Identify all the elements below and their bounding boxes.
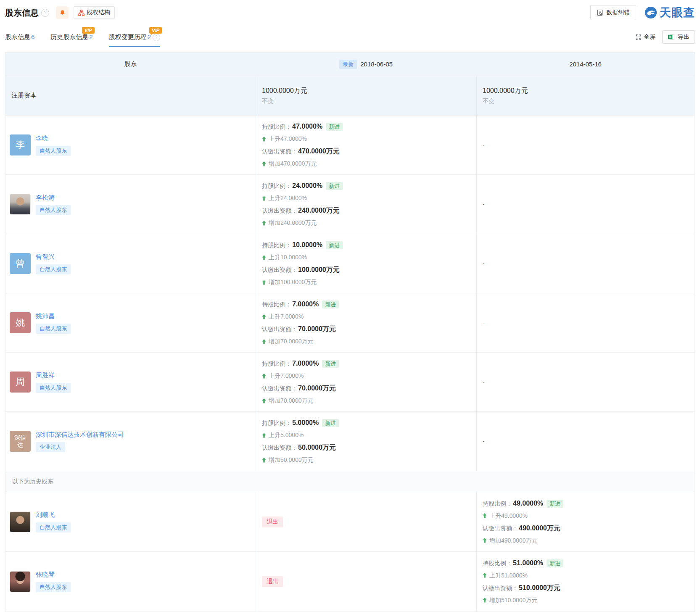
ratio-line: 持股比例：5.0000%新进 <box>262 416 476 429</box>
equity-structure-button[interactable]: 股权结构 <box>74 6 115 19</box>
amount-change: 增加70.0000万元 <box>269 335 314 348</box>
capital-change: 不变 <box>483 96 695 106</box>
arrow-up-icon <box>262 433 266 438</box>
shareholder-link[interactable]: 刘顺飞 <box>36 511 71 519</box>
ratio-value: 7.0000% <box>292 300 319 308</box>
data-correction-button[interactable]: 数据纠错 <box>590 5 636 20</box>
shareholder-cell: 李松涛 自然人股东 <box>5 175 256 234</box>
ratio-change: 上升10.0000% <box>269 251 307 264</box>
amount-change-line: 增加510.0000万元 <box>483 594 695 606</box>
shareholder-cell: 曾 曾智兴 自然人股东 <box>5 234 256 293</box>
holding-detail-cell: 持股比例：7.0000%新进 上升7.0000% 认缴出资额：70.0000万元… <box>256 353 476 411</box>
tianyancha-swirl-icon <box>645 6 657 19</box>
ratio-line: 持股比例：49.0000%新进 <box>483 497 695 510</box>
arrow-up-icon <box>262 161 266 166</box>
ratio-change-line: 上升47.0000% <box>262 133 476 145</box>
excel-icon <box>668 34 675 40</box>
tab-equity-change-history[interactable]: VIP 股权变更历程2? <box>109 33 160 47</box>
tianyancha-logo[interactable]: 天眼查 <box>645 5 695 20</box>
ratio-value: 47.0000% <box>292 123 322 130</box>
shareholder-info: 姚沛昌 自然人股东 <box>36 312 71 334</box>
letter-avatar[interactable]: 曾 <box>10 253 31 274</box>
shareholder-cell: 李 李晓 自然人股东 <box>5 116 256 174</box>
shareholder-info: 深圳市深信达技术创新有限公司 企业法人 <box>36 431 124 452</box>
fullscreen-button[interactable]: 全屏 <box>635 33 655 41</box>
holding-detail-cell: 持股比例：5.0000%新进 上升5.0000% 认缴出资额：50.0000万元… <box>256 412 476 471</box>
ratio-change: 上升49.0000% <box>489 510 528 522</box>
date-new: 2018-06-05 <box>360 61 393 68</box>
title-help-icon[interactable]: ? <box>41 9 49 17</box>
shareholder-link[interactable]: 姚沛昌 <box>36 312 71 320</box>
ratio-change-line: 上升51.0000% <box>483 569 695 582</box>
shareholder-info: 刘顺飞 自然人股东 <box>36 511 71 532</box>
shareholder-cell: 张晓琴 自然人股东 <box>5 552 256 611</box>
ratio-change: 上升47.0000% <box>269 133 307 145</box>
holding-detail-cell: 持股比例：47.0000%新进 上升47.0000% 认缴出资额：470.000… <box>256 116 476 174</box>
amount-label: 认缴出资额： <box>483 525 518 532</box>
amount-line: 认缴出资额：510.0000万元 <box>483 582 695 594</box>
shareholder-type-tag: 自然人股东 <box>36 383 71 393</box>
exit-badge: 退出 <box>262 576 283 587</box>
col-header-shareholder: 股东 <box>5 53 256 76</box>
col-header-date-new: 最新 2018-06-05 <box>256 53 476 76</box>
ratio-label: 持股比例： <box>262 301 291 308</box>
photo-avatar[interactable] <box>10 194 31 215</box>
shareholder-info: 张晓琴 自然人股东 <box>36 571 71 592</box>
ratio-change-line: 上升49.0000% <box>483 510 695 522</box>
letter-avatar[interactable]: 周 <box>10 372 31 393</box>
shareholder-type-tag: 自然人股东 <box>36 205 71 215</box>
tab-history-shareholder-info[interactable]: VIP 历史股东信息2 <box>50 33 92 47</box>
table-header-row: 股东 最新 2018-06-05 2014-05-16 <box>5 53 695 76</box>
ratio-value: 24.0000% <box>292 182 322 189</box>
shareholder-type-tag: 企业法人 <box>36 442 65 452</box>
amount-label: 认缴出资额： <box>483 585 518 591</box>
amount-label: 认缴出资额： <box>262 207 297 214</box>
ratio-value: 49.0000% <box>513 500 543 507</box>
capital-value: 1000.0000万元 <box>483 85 695 96</box>
ratio-label: 持股比例： <box>262 360 291 367</box>
photo-avatar[interactable] <box>10 511 31 532</box>
capital-change: 不变 <box>262 96 476 106</box>
export-button[interactable]: 导出 <box>662 30 695 44</box>
amount-label: 认缴出资额： <box>262 444 297 451</box>
amount-change: 增加470.0000万元 <box>269 158 317 170</box>
bell-button[interactable] <box>56 6 69 19</box>
ratio-label: 持股比例： <box>483 500 512 507</box>
ratio-change-line: 上升24.0000% <box>262 192 476 204</box>
arrow-up-icon <box>483 513 487 518</box>
amount-value: 70.0000万元 <box>298 385 336 392</box>
ratio-value: 5.0000% <box>292 419 319 426</box>
ratio-change: 上升24.0000% <box>269 192 307 204</box>
new-entry-badge: 新进 <box>326 241 343 249</box>
bell-icon <box>59 10 66 16</box>
letter-avatar[interactable]: 深信达 <box>10 431 31 452</box>
shareholder-link[interactable]: 周胜祥 <box>36 372 71 379</box>
fullscreen-label: 全屏 <box>644 33 655 41</box>
registered-capital-old: 1000.0000万元 不变 <box>476 76 695 115</box>
shareholder-cell: 刘顺飞 自然人股东 <box>5 492 256 551</box>
history-band-label: 以下为历史股东 <box>5 471 695 492</box>
tab-help-icon[interactable]: ? <box>153 34 160 41</box>
amount-change-line: 增加70.0000万元 <box>262 335 476 348</box>
letter-avatar[interactable]: 李 <box>10 134 31 155</box>
amount-line: 认缴出资额：50.0000万元 <box>262 441 476 454</box>
shareholder-type-tag: 自然人股东 <box>36 146 71 156</box>
amount-value: 50.0000万元 <box>298 444 336 451</box>
company-link[interactable]: 深圳市深信达技术创新有限公司 <box>36 431 124 439</box>
shareholder-cell: 姚 姚沛昌 自然人股东 <box>5 293 256 352</box>
ratio-label: 持股比例： <box>262 419 291 426</box>
shareholder-link[interactable]: 曾智兴 <box>36 253 71 261</box>
exit-cell: 退出 <box>256 492 476 551</box>
shareholder-link[interactable]: 李晓 <box>36 134 71 142</box>
shareholder-link[interactable]: 李松涛 <box>36 194 71 202</box>
empty-value-cell: - <box>476 116 695 174</box>
arrow-up-icon <box>262 314 266 319</box>
tab-shareholder-info[interactable]: 股东信息6 <box>5 33 34 47</box>
photo-avatar[interactable] <box>10 571 31 592</box>
arrow-up-icon <box>262 458 266 463</box>
table-row: 深信达 深圳市深信达技术创新有限公司 企业法人 持股比例：5.0000%新进 上… <box>5 411 695 471</box>
letter-avatar[interactable]: 姚 <box>10 312 31 333</box>
shareholder-link[interactable]: 张晓琴 <box>36 571 71 579</box>
top-bar: 股东信息 ? 股权结构 数据纠错 天眼查 <box>5 4 695 21</box>
amount-line: 认缴出资额：70.0000万元 <box>262 382 476 395</box>
